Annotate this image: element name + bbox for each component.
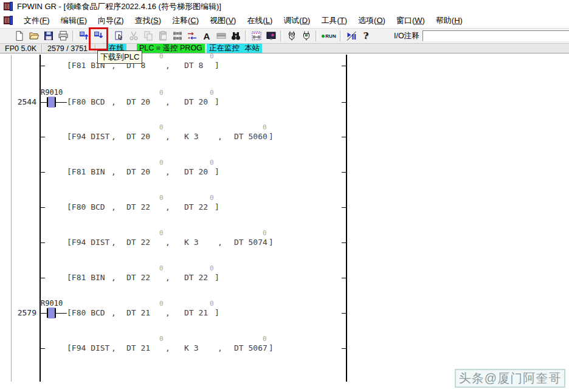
instruction-text: [F81 BIN	[67, 273, 105, 282]
instruction-text: [F94 DIST	[67, 238, 109, 247]
instruction-text: ,	[111, 343, 116, 352]
monitoring-status-badge: 正在监控	[207, 44, 242, 53]
ladder-monitor-button[interactable]	[249, 29, 264, 43]
monitor-value: 0	[159, 230, 164, 237]
comment-block-button[interactable]	[214, 29, 229, 43]
right-power-rail	[346, 55, 347, 382]
title-bar: FPWIN GR - [领峰食品厂程序2022.4.16 (符号梯形图编辑)]	[0, 0, 569, 13]
io-comment-label: I/O注释	[394, 31, 419, 41]
monitor-value: 0	[210, 300, 214, 308]
new-button[interactable]	[12, 29, 27, 43]
open-button[interactable]	[27, 29, 41, 43]
menu-item-0[interactable]: 文件(F)	[18, 13, 55, 28]
menu-item-3[interactable]: 查找(S)	[129, 13, 167, 28]
instruction-text: DT 5074	[234, 238, 267, 247]
menu-item-7[interactable]: 调试(D)	[278, 13, 316, 28]
menu-item-11[interactable]: 帮助(H)	[430, 13, 468, 28]
ladder-editor-canvas[interactable]: [F81 BIN,DT 80,DT 80]2544R9010[F80 BCD,D…	[0, 53, 569, 392]
right-rail-tick	[342, 242, 346, 243]
select-mode-button[interactable]	[112, 29, 126, 43]
menu-item-4[interactable]: 注释(C)	[167, 13, 204, 28]
help-button[interactable]: ?	[359, 29, 373, 43]
monitor-value: 0	[263, 335, 267, 343]
comment-block-icon	[216, 30, 227, 41]
instruction-text: ,	[165, 343, 170, 352]
contact-bar	[47, 308, 48, 318]
print-button[interactable]	[56, 29, 71, 43]
run-mode-button[interactable]: RUN	[320, 29, 338, 43]
instruction-text: DT 20	[126, 167, 150, 176]
monitor-value: 0	[159, 124, 164, 131]
monitor-value: 0	[159, 265, 164, 272]
instruction-text: [F94 DIST	[67, 343, 109, 352]
plc-connect-button[interactable]	[284, 29, 299, 43]
paste-button[interactable]	[156, 29, 170, 43]
toolbar-separator	[316, 30, 318, 41]
monitor-value: 0	[159, 53, 164, 60]
instruction-text: [F81 BIN	[67, 167, 105, 176]
instruction-text: ,	[111, 273, 116, 282]
menu-item-8[interactable]: 工具(T)	[316, 13, 353, 28]
instruction-text: ,	[165, 238, 170, 247]
io-comment-group: I/O注释	[394, 30, 569, 41]
instruction-text: ]	[269, 343, 274, 352]
jump-arrows-icon	[187, 30, 198, 41]
instruction-text: DT 21	[126, 343, 150, 352]
instruction-text: ,	[111, 238, 116, 247]
menu-item-10[interactable]: 窗口(W)	[391, 13, 430, 28]
io-comment-input[interactable]	[422, 30, 569, 41]
instruction-text: DT 22	[126, 273, 150, 282]
contact-label: R9010	[41, 89, 63, 97]
instruction-text: ,	[218, 132, 222, 141]
instruction-text: ,	[111, 167, 116, 176]
monitor-toggle-button[interactable]	[344, 29, 359, 43]
monitor-value: 0	[159, 159, 164, 167]
menu-item-6[interactable]: 在线(L)	[241, 13, 278, 28]
instruction-text: ,	[165, 61, 170, 70]
watermark-badge: 头条@厦门阿奎哥	[455, 369, 565, 388]
instruction-text: ,	[165, 202, 170, 211]
plc-disconnect-button[interactable]	[299, 29, 314, 43]
find-button[interactable]	[229, 29, 243, 43]
instruction-text: K 3	[184, 238, 198, 247]
copy-button[interactable]	[141, 29, 156, 43]
instruction-text: [F80 BCD	[67, 308, 105, 317]
ladder-monitor-icon	[251, 30, 262, 41]
instruction-text: DT 21	[126, 308, 150, 317]
ladder-symbol-button[interactable]	[170, 29, 185, 43]
left-rail-tick	[41, 278, 45, 278]
upload-from-plc-icon	[78, 30, 89, 41]
monitor-value: 0	[263, 124, 267, 131]
monitor-value: 0	[210, 265, 214, 272]
instruction-text: DT 22	[184, 273, 208, 282]
monitor-value: 0	[159, 89, 164, 97]
left-rail-tick	[41, 66, 45, 66]
save-button[interactable]	[41, 29, 56, 43]
right-rail-tick	[342, 102, 346, 103]
monitor-value: 0	[159, 300, 164, 308]
menu-item-2[interactable]: 向导(Z)	[92, 13, 129, 28]
left-rail-tick	[41, 137, 45, 137]
monitor-value: 0	[159, 194, 164, 202]
contact-bar	[55, 308, 56, 318]
menu-item-1[interactable]: 编辑(E)	[55, 13, 92, 28]
left-power-rail	[40, 55, 41, 382]
instruction-text: DT 22	[126, 202, 150, 211]
left-rail-tick	[41, 242, 45, 243]
instruction-text: DT 20	[126, 132, 150, 141]
plug-online-icon	[286, 30, 297, 41]
menu-item-9[interactable]: 选项(O)	[353, 13, 391, 28]
cut-button[interactable]	[126, 29, 141, 43]
app-icon	[4, 2, 13, 12]
jump-button[interactable]	[185, 29, 199, 43]
instruction-text: DT 22	[184, 202, 208, 211]
station-status-badge: 本站	[242, 44, 262, 53]
instruction-text: DT 8	[184, 61, 203, 70]
text-tool-button[interactable]: A	[199, 29, 214, 43]
menu-item-5[interactable]: 视图(V)	[204, 13, 241, 28]
instruction-text: ]	[269, 238, 274, 247]
right-rail-tick	[342, 313, 346, 314]
instruction-text: DT 5060	[234, 132, 267, 141]
monitor-screen-button[interactable]	[264, 29, 278, 43]
toolbar-separator	[245, 30, 247, 41]
